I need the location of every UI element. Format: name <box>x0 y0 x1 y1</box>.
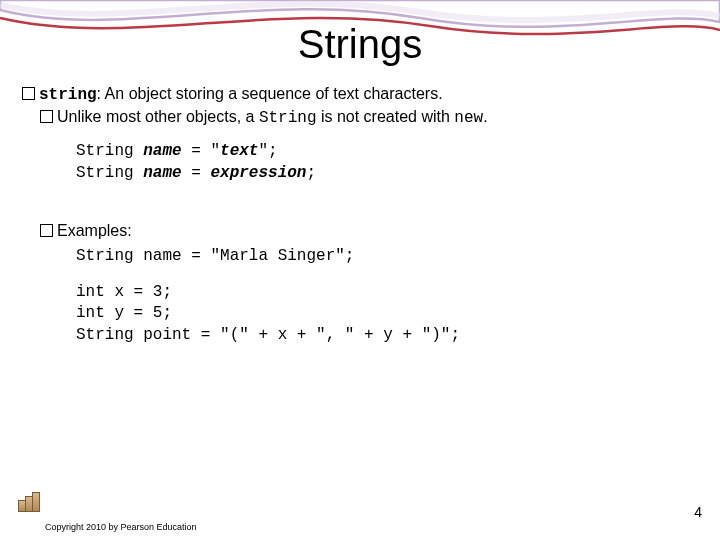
example-2: int x = 3; int y = 5; String point = "("… <box>22 282 698 347</box>
example2-line3: String point = "(" + x + ", " + y + ")"; <box>76 325 698 347</box>
copyright: Copyright 2010 by Pearson Education <box>45 522 197 532</box>
syntax-line-1: String name = "text"; <box>76 141 698 163</box>
example-1: String name = "Marla Singer"; <box>22 246 698 268</box>
example2-line1: int x = 3; <box>76 282 698 304</box>
term: string <box>39 86 97 104</box>
note-line: Unlike most other objects, a String is n… <box>22 108 698 127</box>
kw: String <box>76 164 143 182</box>
kw: String <box>76 142 143 160</box>
definition-line: string: An object storing a sequence of … <box>22 85 698 104</box>
example2-line2: int y = 5; <box>76 303 698 325</box>
tx: ; <box>306 164 316 182</box>
tx: = <box>182 164 211 182</box>
examples-label: Examples: <box>57 222 132 239</box>
page-number: 4 <box>694 504 702 520</box>
ph: text <box>220 142 258 160</box>
example1-line: String name = "Marla Singer"; <box>76 246 698 268</box>
book-icon <box>18 492 42 512</box>
slide-title: Strings <box>0 22 720 67</box>
note-mid: is not created with <box>316 108 454 125</box>
syntax-line-2: String name = expression; <box>76 163 698 185</box>
note-code-string: String <box>259 109 317 127</box>
tx: "; <box>258 142 277 160</box>
note-post: . <box>483 108 487 125</box>
note-code-new: new <box>454 109 483 127</box>
note-pre: Unlike most other objects, a <box>57 108 259 125</box>
tx: = " <box>182 142 220 160</box>
ph: name <box>143 164 181 182</box>
bullet-icon <box>40 110 53 123</box>
slide-body: string: An object storing a sequence of … <box>0 85 720 347</box>
definition-text: : An object storing a sequence of text c… <box>97 85 443 102</box>
bullet-icon <box>22 87 35 100</box>
bullet-icon <box>40 224 53 237</box>
syntax-block: String name = "text"; String name = expr… <box>22 141 698 184</box>
examples-heading: Examples: <box>22 222 698 240</box>
ph: expression <box>210 164 306 182</box>
ph: name <box>143 142 181 160</box>
